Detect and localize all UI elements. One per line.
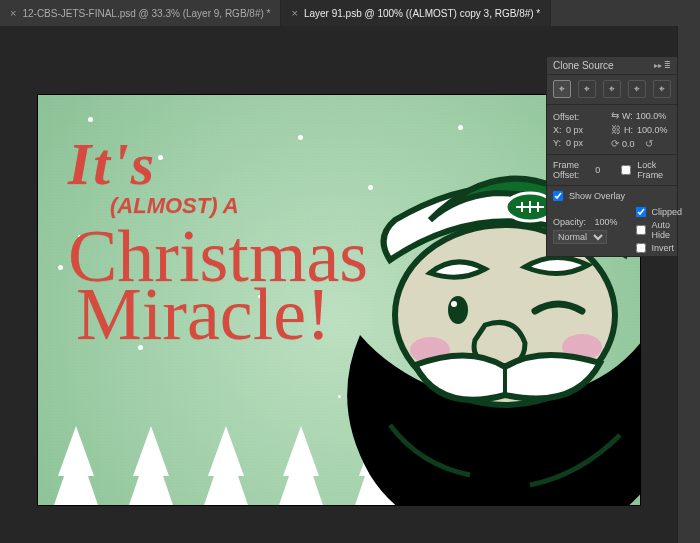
source-2-button[interactable]: ⌖ [578,80,596,98]
tab-label: Layer 91.psb @ 100% ((ALMOST) copy 3, RG… [304,8,540,19]
invert-label: Invert [652,243,675,253]
close-icon[interactable]: × [10,7,16,19]
auto-hide-checkbox[interactable] [636,225,646,235]
angle-input[interactable] [622,139,642,149]
lock-frame-checkbox[interactable] [621,165,631,175]
svg-point-6 [448,296,468,324]
y-label: Y: [553,138,563,148]
invert-checkbox[interactable] [636,243,646,253]
blend-mode-select[interactable]: Normal [553,230,607,244]
offset-y-input[interactable] [566,138,592,148]
tab-label: 12-CBS-JETS-FINAL.psd @ 33.3% (Layer 9, … [22,8,270,19]
frame-offset-input[interactable] [595,165,615,175]
show-overlay-checkbox[interactable] [553,191,563,201]
angle-icon: ⟳ [611,138,619,149]
frame-offset-label: Frame Offset: [553,160,592,180]
lock-frame-label: Lock Frame [637,160,671,180]
h-label: H: [624,125,634,135]
opacity-label: Opacity: [553,217,586,227]
clone-source-panel: Clone Source ▸▸ ≣ ⌖ ⌖ ⌖ ⌖ ⌖ Offset: X: Y… [546,56,678,257]
source-3-button[interactable]: ⌖ [603,80,621,98]
source-4-button[interactable]: ⌖ [628,80,646,98]
link-icon[interactable]: ⇆ [611,110,619,121]
source-1-button[interactable]: ⌖ [553,80,571,98]
right-toolstrip[interactable] [677,26,700,543]
svg-point-7 [451,301,457,307]
panel-title: Clone Source [553,60,614,71]
show-overlay-label: Show Overlay [569,191,625,201]
w-label: W: [622,111,633,121]
tab-doc-2[interactable]: × Layer 91.psb @ 100% ((ALMOST) copy 3, … [281,0,551,26]
clipped-checkbox[interactable] [636,207,646,217]
close-icon[interactable]: × [291,7,297,19]
constrain-icon[interactable]: ⛓ [611,124,621,135]
tab-doc-1[interactable]: × 12-CBS-JETS-FINAL.psd @ 33.3% (Layer 9… [0,0,281,26]
opacity-input[interactable] [595,217,629,227]
offset-x-input[interactable] [566,125,592,135]
scale-h-input[interactable] [637,125,671,135]
source-5-button[interactable]: ⌖ [653,80,671,98]
clone-source-buttons: ⌖ ⌖ ⌖ ⌖ ⌖ [547,75,677,102]
document-tabs: × 12-CBS-JETS-FINAL.psd @ 33.3% (Layer 9… [0,0,700,27]
clipped-label: Clipped [652,207,683,217]
reset-icon[interactable]: ↺ [645,138,653,149]
panel-menu-icon[interactable]: ≣ [664,61,671,70]
collapse-icon[interactable]: ▸▸ [654,61,662,70]
offset-label: Offset: [553,112,604,122]
x-label: X: [553,125,563,135]
scale-w-input[interactable] [636,111,670,121]
panel-header[interactable]: Clone Source ▸▸ ≣ [547,57,677,75]
auto-hide-label: Auto Hide [652,220,683,240]
